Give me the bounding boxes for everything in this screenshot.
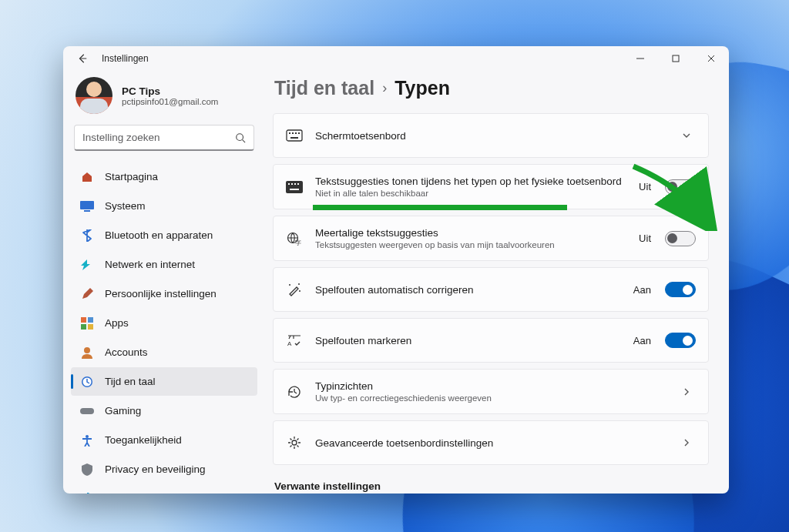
window-controls: [623, 46, 729, 71]
toggle-state-label: Uit: [639, 233, 651, 244]
toggle-state-label: Uit: [639, 181, 651, 192]
setting-row-history[interactable]: Typinzichten Uw typ- en correctiegeschie…: [273, 369, 709, 414]
accounts-icon: [80, 346, 94, 360]
sidebar-item-personalize[interactable]: Persoonlijke instellingen: [71, 279, 257, 308]
toggle-switch[interactable]: [665, 282, 696, 297]
setting-row-keyboard-outline[interactable]: Schermtoetsenbord: [273, 113, 709, 158]
setting-row-abc-check[interactable]: A Spelfouten markeren Aan: [273, 318, 709, 363]
home-icon: [80, 170, 94, 184]
close-button[interactable]: [693, 46, 729, 71]
privacy-icon: [80, 463, 94, 477]
svg-rect-24: [290, 189, 299, 190]
network-icon: [80, 258, 94, 272]
sidebar-item-privacy[interactable]: Privacy en beveiliging: [71, 455, 257, 483]
svg-rect-19: [286, 181, 303, 193]
sidebar-item-gaming[interactable]: Gaming: [71, 396, 257, 425]
back-button[interactable]: [74, 50, 91, 67]
main-pane: Tijd en taal › Typen Schermtoetsenbord T…: [265, 71, 729, 494]
setting-row-keyboard-fill[interactable]: Tekstsuggesties tonen tijdens het typen …: [273, 164, 709, 209]
sidebar-item-update[interactable]: Windows Update: [71, 484, 257, 494]
sidebar-item-label: Gaming: [105, 405, 141, 417]
svg-rect-0: [673, 55, 679, 62]
update-icon: [80, 492, 94, 494]
svg-rect-5: [88, 317, 93, 323]
breadcrumb-current: Typen: [394, 77, 450, 99]
sidebar-item-label: Bluetooth en apparaten: [105, 229, 213, 241]
svg-point-12: [86, 435, 89, 438]
toggle-switch[interactable]: [665, 333, 696, 348]
svg-point-27: [289, 284, 290, 286]
svg-rect-15: [292, 132, 294, 134]
svg-rect-4: [81, 317, 86, 323]
svg-rect-2: [80, 201, 94, 209]
svg-point-29: [299, 290, 300, 292]
accessibility-icon: [80, 433, 94, 447]
svg-rect-7: [88, 324, 93, 330]
svg-rect-20: [288, 183, 290, 185]
history-icon: [286, 384, 303, 400]
setting-row-wand[interactable]: Spelfouten automatisch corrigeren Aan: [273, 267, 709, 312]
sidebar-item-label: Apps: [105, 317, 129, 329]
sidebar-item-label: Netwerk en internet: [105, 259, 195, 270]
minimize-button[interactable]: [623, 46, 658, 71]
sidebar-item-system[interactable]: Systeem: [71, 192, 257, 220]
toggle-switch[interactable]: [665, 231, 696, 246]
svg-rect-22: [294, 183, 296, 185]
setting-subtitle: Uw typ- en correctiegeschiedenis weergev…: [315, 393, 670, 403]
breadcrumb-parent[interactable]: Tijd en taal: [274, 77, 374, 99]
setting-title: Typinzichten: [315, 380, 670, 392]
svg-point-1: [237, 133, 243, 140]
back-icon: [77, 53, 88, 64]
setting-title: Geavanceerde toetsenbordinstellingen: [315, 437, 670, 449]
sidebar: PC Tips pctipsinfo01@gmail.com Startpagi…: [63, 71, 265, 494]
sidebar-item-label: Windows Update: [105, 493, 183, 494]
sidebar-item-apps[interactable]: Apps: [71, 309, 257, 337]
setting-subtitle: Tekstsuggesten weergeven op basis van mi…: [315, 240, 626, 249]
search-input[interactable]: [82, 132, 230, 143]
sidebar-item-network[interactable]: Netwerk en internet: [71, 250, 257, 279]
system-icon: [80, 199, 94, 213]
search-box[interactable]: [74, 125, 254, 151]
sidebar-item-label: Systeem: [105, 200, 146, 212]
profile-email: pctipsinfo01@gmail.com: [122, 97, 218, 106]
profile-block[interactable]: PC Tips pctipsinfo01@gmail.com: [68, 75, 260, 125]
sidebar-item-bluetooth[interactable]: Bluetooth en apparaten: [71, 221, 257, 249]
related-settings-header: Verwante instellingen: [274, 480, 709, 492]
svg-rect-3: [84, 210, 90, 212]
apps-icon: [80, 316, 94, 330]
abc-check-icon: A: [286, 333, 303, 348]
sidebar-item-time[interactable]: Tijd en taal: [71, 367, 257, 396]
sidebar-item-accessibility[interactable]: Toegankelijkheid: [71, 426, 257, 454]
wand-icon: [286, 282, 303, 297]
svg-rect-14: [289, 132, 290, 134]
breadcrumb: Tijd en taal › Typen: [274, 77, 709, 99]
close-icon: [707, 55, 715, 62]
app-title: Instellingen: [102, 53, 149, 64]
setting-row-gear[interactable]: Geavanceerde toetsenbordinstellingen: [273, 420, 709, 465]
chevron-right-icon: [682, 438, 696, 447]
sidebar-item-accounts[interactable]: Accounts: [71, 338, 257, 366]
globe-lang-icon: 字: [286, 231, 303, 246]
sidebar-item-label: Privacy en beveiliging: [105, 463, 206, 475]
sidebar-item-label: Tijd en taal: [105, 376, 156, 387]
svg-text:字: 字: [295, 239, 301, 246]
maximize-icon: [672, 55, 680, 62]
toggle-switch[interactable]: [665, 179, 696, 195]
setting-title: Schermtoetsenbord: [315, 130, 670, 142]
chevron-down-icon: [682, 131, 696, 140]
svg-rect-13: [287, 130, 302, 141]
keyboard-outline-icon: [286, 128, 303, 143]
bluetooth-icon: [80, 229, 94, 243]
sidebar-item-label: Startpagina: [105, 171, 158, 182]
titlebar: Instellingen: [63, 46, 729, 71]
sidebar-item-home[interactable]: Startpagina: [71, 162, 257, 191]
setting-row-globe-lang[interactable]: 字 Meertalige tekstsuggesties Tekstsugges…: [273, 216, 709, 261]
chevron-right-icon: [682, 387, 696, 396]
toggle-state-label: Aan: [633, 335, 651, 346]
sidebar-item-label: Persoonlijke instellingen: [105, 288, 217, 299]
setting-title: Meertalige tekstsuggesties: [315, 227, 626, 239]
maximize-button[interactable]: [658, 46, 693, 71]
chevron-right-icon: ›: [382, 80, 387, 96]
svg-rect-17: [298, 132, 300, 134]
svg-point-8: [84, 347, 90, 353]
